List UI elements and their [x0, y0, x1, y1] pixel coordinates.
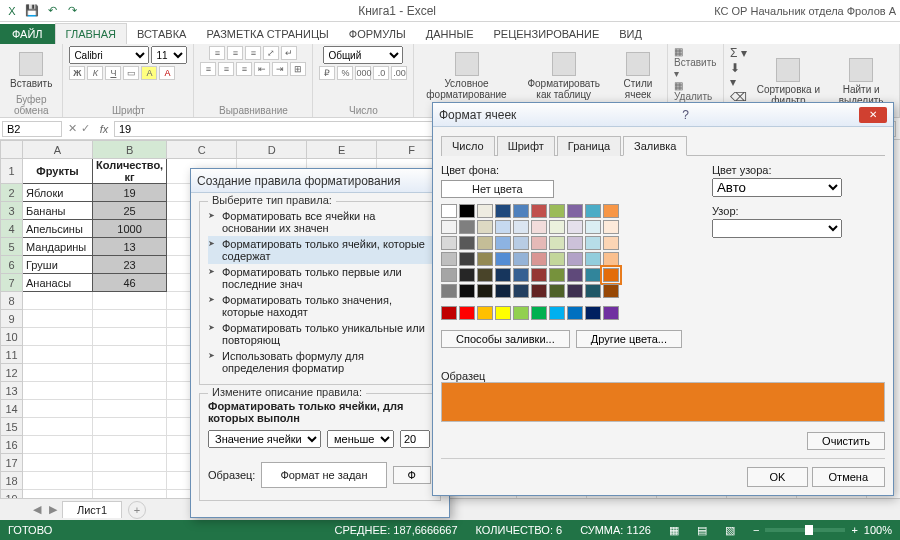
color-swatch[interactable] — [513, 268, 529, 282]
cell[interactable]: Апельсины — [23, 220, 93, 238]
format-tab[interactable]: Число — [441, 136, 495, 156]
color-swatch[interactable] — [567, 252, 583, 266]
close-icon[interactable]: ✕ — [859, 107, 887, 123]
color-swatch[interactable] — [567, 236, 583, 250]
cell[interactable] — [23, 472, 93, 490]
color-swatch[interactable] — [513, 204, 529, 218]
ribbon-tab[interactable]: РАЗМЕТКА СТРАНИЦЫ — [196, 24, 338, 44]
color-swatch[interactable] — [459, 306, 475, 320]
color-swatch[interactable] — [495, 220, 511, 234]
row-header[interactable]: 9 — [1, 310, 23, 328]
row-header[interactable]: 14 — [1, 400, 23, 418]
cell[interactable] — [23, 382, 93, 400]
color-swatch[interactable] — [477, 268, 493, 282]
more-colors-button[interactable]: Другие цвета... — [576, 330, 682, 348]
color-swatch[interactable] — [585, 236, 601, 250]
no-color-button[interactable]: Нет цвета — [441, 180, 554, 198]
enter-icon[interactable]: ✓ — [81, 122, 90, 135]
row-header[interactable]: 16 — [1, 436, 23, 454]
cell[interactable] — [93, 400, 167, 418]
row-header[interactable]: 2 — [1, 184, 23, 202]
ribbon-tab[interactable]: ГЛАВНАЯ — [55, 23, 127, 44]
help-icon[interactable]: ? — [682, 108, 689, 122]
color-swatch[interactable] — [603, 268, 619, 282]
bold-button[interactable]: Ж — [69, 66, 85, 80]
ribbon-tab[interactable]: ФОРМУЛЫ — [339, 24, 416, 44]
color-swatch[interactable] — [585, 220, 601, 234]
theme-color-palette[interactable] — [441, 204, 682, 298]
align-left-button[interactable]: ≡ — [200, 62, 216, 76]
paste-button[interactable]: Вставить — [6, 50, 56, 91]
sheet-nav-prev[interactable]: ◀ — [30, 503, 44, 516]
color-swatch[interactable] — [531, 220, 547, 234]
color-swatch[interactable] — [495, 204, 511, 218]
color-swatch[interactable] — [459, 204, 475, 218]
cancel-icon[interactable]: ✕ — [68, 122, 77, 135]
cell[interactable] — [93, 382, 167, 400]
file-tab[interactable]: ФАЙЛ — [0, 24, 55, 44]
format-as-table-button[interactable]: Форматировать как таблицу — [517, 50, 611, 102]
color-swatch[interactable] — [549, 204, 565, 218]
color-swatch[interactable] — [585, 306, 601, 320]
rule-type-item[interactable]: Форматировать только первые или последни… — [208, 264, 432, 292]
color-swatch[interactable] — [441, 268, 457, 282]
cell[interactable]: Фрукты — [23, 159, 93, 184]
cell[interactable]: 25 — [93, 202, 167, 220]
row-header[interactable]: 1 — [1, 159, 23, 184]
color-swatch[interactable] — [495, 268, 511, 282]
cell[interactable] — [23, 436, 93, 454]
color-swatch[interactable] — [495, 306, 511, 320]
cell[interactable]: Бананы — [23, 202, 93, 220]
standard-color-palette[interactable] — [441, 306, 682, 320]
row-header[interactable]: 5 — [1, 238, 23, 256]
rule-type-item[interactable]: Форматировать только уникальные или повт… — [208, 320, 432, 348]
cell[interactable] — [23, 310, 93, 328]
cell[interactable] — [93, 328, 167, 346]
value-input[interactable] — [400, 430, 430, 448]
undo-icon[interactable]: ↶ — [44, 3, 60, 19]
color-swatch[interactable] — [603, 252, 619, 266]
row-header[interactable]: 12 — [1, 364, 23, 382]
color-swatch[interactable] — [531, 204, 547, 218]
color-swatch[interactable] — [441, 220, 457, 234]
cell[interactable] — [93, 364, 167, 382]
select-all-button[interactable] — [1, 141, 23, 159]
ok-button[interactable]: OK — [747, 467, 809, 487]
rule-type-list[interactable]: Форматировать все ячейки на основании их… — [208, 208, 432, 376]
align-top-button[interactable]: ≡ — [209, 46, 225, 60]
redo-icon[interactable]: ↷ — [64, 3, 80, 19]
cell[interactable] — [23, 490, 93, 499]
operator-select[interactable]: меньше — [327, 430, 394, 448]
color-swatch[interactable] — [513, 284, 529, 298]
ribbon-tab[interactable]: РЕЦЕНЗИРОВАНИЕ — [483, 24, 609, 44]
align-right-button[interactable]: ≡ — [236, 62, 252, 76]
color-swatch[interactable] — [513, 306, 529, 320]
pattern-select[interactable] — [712, 219, 842, 238]
cell[interactable] — [23, 328, 93, 346]
color-swatch[interactable] — [441, 252, 457, 266]
rule-type-item[interactable]: Форматировать все ячейки на основании их… — [208, 208, 432, 236]
cell[interactable] — [23, 400, 93, 418]
rule-type-item[interactable]: Использовать формулу для определения фор… — [208, 348, 432, 376]
color-swatch[interactable] — [477, 236, 493, 250]
row-header[interactable]: 10 — [1, 328, 23, 346]
col-header[interactable]: E — [307, 141, 377, 159]
sheet-nav-next[interactable]: ▶ — [46, 503, 60, 516]
comma-button[interactable]: 000 — [355, 66, 371, 80]
color-swatch[interactable] — [441, 236, 457, 250]
row-header[interactable]: 8 — [1, 292, 23, 310]
color-swatch[interactable] — [477, 204, 493, 218]
cell[interactable]: 19 — [93, 184, 167, 202]
color-swatch[interactable] — [495, 236, 511, 250]
row-header[interactable]: 18 — [1, 472, 23, 490]
view-break-icon[interactable]: ▧ — [725, 524, 735, 537]
cancel-button[interactable]: Отмена — [812, 467, 885, 487]
wrap-button[interactable]: ↵ — [281, 46, 297, 60]
clear-button[interactable]: Очистить — [807, 432, 885, 450]
color-swatch[interactable] — [585, 252, 601, 266]
color-swatch[interactable] — [567, 204, 583, 218]
color-swatch[interactable] — [531, 306, 547, 320]
insert-button[interactable]: ▦ Вставить ▾ — [674, 46, 717, 79]
save-icon[interactable]: 💾 — [24, 3, 40, 19]
cell[interactable] — [93, 292, 167, 310]
